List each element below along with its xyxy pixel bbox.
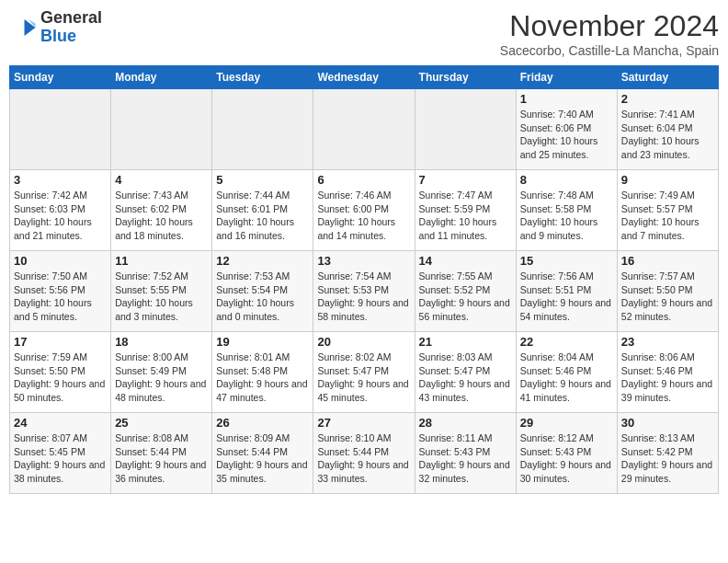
calendar-cell: 13Sunrise: 7:54 AM Sunset: 5:53 PM Dayli…	[313, 251, 415, 332]
day-number: 3	[14, 173, 107, 187]
day-number: 4	[115, 173, 208, 187]
calendar-cell	[415, 89, 516, 170]
day-info: Sunrise: 7:44 AM Sunset: 6:01 PM Dayligh…	[216, 189, 309, 243]
day-info: Sunrise: 7:47 AM Sunset: 5:59 PM Dayligh…	[419, 189, 512, 243]
day-number: 23	[621, 335, 714, 349]
day-number: 13	[317, 254, 410, 268]
day-number: 30	[621, 416, 714, 430]
day-number: 18	[115, 335, 208, 349]
day-number: 22	[520, 335, 613, 349]
month-title: November 2024	[500, 9, 719, 43]
day-number: 27	[317, 416, 410, 430]
weekday-header-thursday: Thursday	[415, 66, 516, 89]
calendar-cell: 29Sunrise: 8:12 AM Sunset: 5:43 PM Dayli…	[516, 413, 617, 494]
day-info: Sunrise: 8:08 AM Sunset: 5:44 PM Dayligh…	[115, 431, 208, 486]
calendar-cell: 11Sunrise: 7:52 AM Sunset: 5:55 PM Dayli…	[111, 251, 212, 332]
day-info: Sunrise: 7:48 AM Sunset: 5:58 PM Dayligh…	[520, 189, 613, 243]
calendar-week-3: 10Sunrise: 7:50 AM Sunset: 5:56 PM Dayli…	[10, 251, 719, 332]
calendar-cell: 9Sunrise: 7:49 AM Sunset: 5:57 PM Daylig…	[617, 170, 718, 251]
weekday-header-friday: Friday	[516, 66, 617, 89]
day-number: 14	[419, 254, 512, 268]
day-info: Sunrise: 8:11 AM Sunset: 5:43 PM Dayligh…	[419, 431, 512, 486]
day-number: 24	[14, 416, 107, 430]
day-number: 29	[520, 416, 613, 430]
calendar-cell: 8Sunrise: 7:48 AM Sunset: 5:58 PM Daylig…	[516, 170, 617, 251]
calendar-cell	[111, 89, 212, 170]
weekday-header-saturday: Saturday	[617, 66, 718, 89]
day-info: Sunrise: 8:09 AM Sunset: 5:44 PM Dayligh…	[216, 431, 309, 486]
day-info: Sunrise: 8:07 AM Sunset: 5:45 PM Dayligh…	[14, 431, 107, 486]
day-info: Sunrise: 7:59 AM Sunset: 5:50 PM Dayligh…	[14, 350, 107, 405]
day-info: Sunrise: 7:46 AM Sunset: 6:00 PM Dayligh…	[317, 189, 410, 243]
day-number: 15	[520, 254, 613, 268]
calendar-cell	[212, 89, 313, 170]
page-header: General Blue November 2024 Sacecorbo, Ca…	[9, 9, 719, 58]
calendar-cell: 22Sunrise: 8:04 AM Sunset: 5:46 PM Dayli…	[516, 332, 617, 413]
day-info: Sunrise: 7:40 AM Sunset: 6:06 PM Dayligh…	[520, 108, 613, 162]
logo-general: General	[40, 9, 102, 28]
day-number: 17	[14, 335, 107, 349]
calendar-cell: 16Sunrise: 7:57 AM Sunset: 5:50 PM Dayli…	[617, 251, 718, 332]
logo: General Blue	[9, 9, 102, 46]
calendar-cell: 12Sunrise: 7:53 AM Sunset: 5:54 PM Dayli…	[212, 251, 313, 332]
calendar-cell: 21Sunrise: 8:03 AM Sunset: 5:47 PM Dayli…	[415, 332, 516, 413]
day-number: 21	[419, 335, 512, 349]
day-number: 20	[317, 335, 410, 349]
calendar-cell	[10, 89, 111, 170]
weekday-header-monday: Monday	[111, 66, 212, 89]
title-block: November 2024 Sacecorbo, Castille-La Man…	[500, 9, 719, 58]
calendar-cell: 20Sunrise: 8:02 AM Sunset: 5:47 PM Dayli…	[313, 332, 415, 413]
weekday-header-wednesday: Wednesday	[313, 66, 415, 89]
day-info: Sunrise: 8:10 AM Sunset: 5:44 PM Dayligh…	[317, 431, 410, 486]
day-number: 25	[115, 416, 208, 430]
day-info: Sunrise: 8:12 AM Sunset: 5:43 PM Dayligh…	[520, 431, 613, 486]
day-number: 12	[216, 254, 309, 268]
day-info: Sunrise: 7:43 AM Sunset: 6:02 PM Dayligh…	[115, 189, 208, 243]
location-subtitle: Sacecorbo, Castille-La Mancha, Spain	[500, 43, 719, 58]
calendar-cell: 6Sunrise: 7:46 AM Sunset: 6:00 PM Daylig…	[313, 170, 415, 251]
day-number: 8	[520, 173, 613, 187]
day-number: 26	[216, 416, 309, 430]
calendar-week-2: 3Sunrise: 7:42 AM Sunset: 6:03 PM Daylig…	[10, 170, 719, 251]
day-info: Sunrise: 7:52 AM Sunset: 5:55 PM Dayligh…	[115, 270, 208, 324]
day-number: 19	[216, 335, 309, 349]
day-number: 2	[621, 92, 714, 106]
calendar-cell: 10Sunrise: 7:50 AM Sunset: 5:56 PM Dayli…	[10, 251, 111, 332]
day-info: Sunrise: 7:54 AM Sunset: 5:53 PM Dayligh…	[317, 270, 410, 324]
day-number: 6	[317, 173, 410, 187]
day-number: 5	[216, 173, 309, 187]
day-info: Sunrise: 7:55 AM Sunset: 5:52 PM Dayligh…	[419, 270, 512, 324]
calendar-cell: 4Sunrise: 7:43 AM Sunset: 6:02 PM Daylig…	[111, 170, 212, 251]
day-info: Sunrise: 7:41 AM Sunset: 6:04 PM Dayligh…	[621, 108, 714, 162]
logo-blue: Blue	[40, 28, 102, 46]
day-number: 10	[14, 254, 107, 268]
day-info: Sunrise: 8:04 AM Sunset: 5:46 PM Dayligh…	[520, 350, 613, 405]
day-info: Sunrise: 7:50 AM Sunset: 5:56 PM Dayligh…	[14, 270, 107, 324]
calendar-cell: 27Sunrise: 8:10 AM Sunset: 5:44 PM Dayli…	[313, 413, 415, 494]
day-number: 1	[520, 92, 613, 106]
calendar-cell: 14Sunrise: 7:55 AM Sunset: 5:52 PM Dayli…	[415, 251, 516, 332]
day-info: Sunrise: 8:03 AM Sunset: 5:47 PM Dayligh…	[419, 350, 512, 405]
day-number: 9	[621, 173, 714, 187]
day-number: 11	[115, 254, 208, 268]
day-info: Sunrise: 7:53 AM Sunset: 5:54 PM Dayligh…	[216, 270, 309, 324]
calendar-cell: 17Sunrise: 7:59 AM Sunset: 5:50 PM Dayli…	[10, 332, 111, 413]
calendar-cell: 3Sunrise: 7:42 AM Sunset: 6:03 PM Daylig…	[10, 170, 111, 251]
calendar-week-1: 1Sunrise: 7:40 AM Sunset: 6:06 PM Daylig…	[10, 89, 719, 170]
logo-text: General Blue	[40, 9, 102, 46]
calendar-cell: 23Sunrise: 8:06 AM Sunset: 5:46 PM Dayli…	[617, 332, 718, 413]
calendar-cell: 19Sunrise: 8:01 AM Sunset: 5:48 PM Dayli…	[212, 332, 313, 413]
weekday-header-sunday: Sunday	[10, 66, 111, 89]
calendar-week-5: 24Sunrise: 8:07 AM Sunset: 5:45 PM Dayli…	[10, 413, 719, 494]
logo-icon	[9, 14, 37, 41]
day-number: 16	[621, 254, 714, 268]
calendar-cell: 18Sunrise: 8:00 AM Sunset: 5:49 PM Dayli…	[111, 332, 212, 413]
svg-marker-0	[25, 19, 36, 36]
day-number: 28	[419, 416, 512, 430]
day-info: Sunrise: 8:13 AM Sunset: 5:42 PM Dayligh…	[621, 431, 714, 486]
day-number: 7	[419, 173, 512, 187]
calendar-week-4: 17Sunrise: 7:59 AM Sunset: 5:50 PM Dayli…	[10, 332, 719, 413]
day-info: Sunrise: 7:56 AM Sunset: 5:51 PM Dayligh…	[520, 270, 613, 324]
day-info: Sunrise: 8:01 AM Sunset: 5:48 PM Dayligh…	[216, 350, 309, 405]
day-info: Sunrise: 8:00 AM Sunset: 5:49 PM Dayligh…	[115, 350, 208, 405]
